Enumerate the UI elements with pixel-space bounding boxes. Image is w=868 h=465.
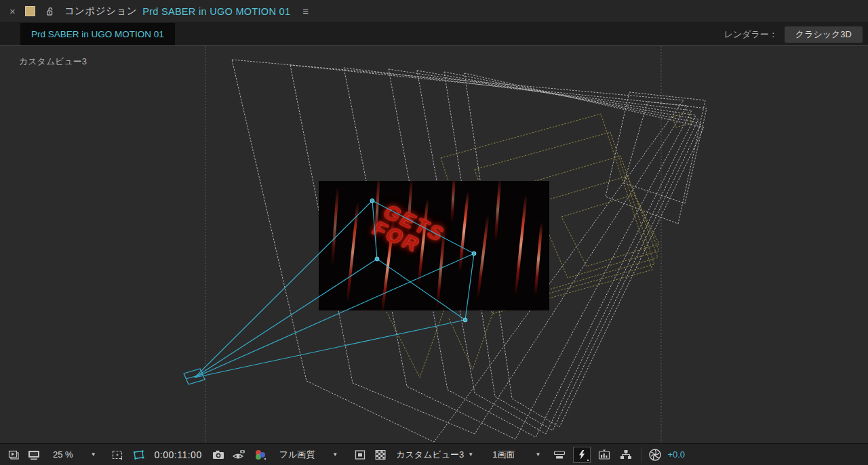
fast-previews-icon[interactable]: [573, 447, 591, 463]
composition-viewport[interactable]: カスタムビュー3: [0, 46, 868, 443]
light-streak: [476, 215, 489, 300]
camera-body: [184, 369, 205, 384]
always-preview-icon[interactable]: [7, 449, 20, 461]
exposure-value[interactable]: +0.0: [667, 449, 685, 460]
magnification-value: 25 %: [53, 449, 73, 460]
timecode-display[interactable]: 0:00:11:00: [155, 449, 202, 460]
channels-icon[interactable]: [254, 449, 267, 461]
magnification-popup[interactable]: 25 % ▼: [53, 449, 96, 460]
region-of-interest-icon[interactable]: [354, 449, 366, 461]
viewer-toolbar: 25 % ▼ 0:00:11:00: [0, 443, 868, 465]
transparency-grid-icon[interactable]: [374, 449, 387, 461]
reset-exposure-icon[interactable]: [648, 448, 662, 462]
pixel-aspect-icon[interactable]: [553, 449, 566, 461]
flowchart-icon[interactable]: [619, 449, 633, 461]
view-popup-value: カスタムビュー3: [396, 449, 464, 461]
lock-panel-icon[interactable]: [44, 6, 55, 17]
view-layout-value: 1画面: [492, 449, 515, 461]
view-layout-popup[interactable]: 1画面 ▼: [492, 449, 540, 461]
view-name-label: カスタムビュー3: [19, 56, 87, 68]
panel-menu-icon[interactable]: ≡: [302, 5, 309, 17]
chevron-down-icon: ▼: [535, 451, 540, 458]
view-popup[interactable]: カスタムビュー3 ▼: [396, 449, 473, 461]
viewer-tab-bar: Prd SABER in UGO MOTION 01 レンダラー： クラシック3…: [0, 23, 868, 46]
show-snapshot-icon[interactable]: [232, 449, 247, 461]
timeline-button-icon[interactable]: [597, 449, 611, 461]
neon-title-text: GETS FOR: [369, 202, 449, 260]
renderer-button[interactable]: クラシック3D: [785, 26, 863, 43]
viewer-tab-label: Prd SABER in UGO MOTION 01: [31, 29, 164, 39]
light-streak: [450, 181, 456, 223]
close-panel-button[interactable]: ×: [9, 5, 16, 17]
light-streak: [331, 186, 339, 268]
chevron-down-icon: ▼: [332, 451, 338, 458]
chevron-down-icon: ▼: [91, 451, 96, 458]
renderer-label: レンダラー：: [724, 28, 778, 41]
mask-visibility-icon[interactable]: [132, 449, 145, 461]
renderer-group: レンダラー： クラシック3D: [724, 23, 863, 45]
light-streak: [494, 181, 502, 242]
light-streak: [514, 195, 528, 296]
toolbar-divider: [641, 447, 642, 462]
resolution-popup[interactable]: フル画質 ▼: [279, 449, 338, 461]
primary-viewer-icon[interactable]: [27, 449, 41, 461]
composition-name: Prd SABER in UGO MOTION 01: [142, 6, 290, 17]
panel-title: コンポジション: [64, 5, 137, 18]
viewer-tab[interactable]: Prd SABER in UGO MOTION 01: [20, 23, 175, 45]
panel-header[interactable]: × コンポジション Prd SABER in UGO MOTION 01 ≡: [0, 0, 868, 23]
light-streak: [534, 222, 543, 296]
after-effects-composition-panel: × コンポジション Prd SABER in UGO MOTION 01 ≡ P…: [0, 0, 868, 465]
resolution-value: フル画質: [279, 449, 315, 461]
rendered-frame-preview: GETS FOR: [319, 181, 549, 310]
light-streak: [458, 191, 470, 272]
grid-guides-icon[interactable]: [111, 449, 123, 461]
chevron-down-icon: ▼: [468, 451, 473, 458]
snapshot-icon[interactable]: [212, 449, 225, 461]
panel-color-swatch: [25, 6, 35, 16]
light-streak: [346, 201, 359, 303]
